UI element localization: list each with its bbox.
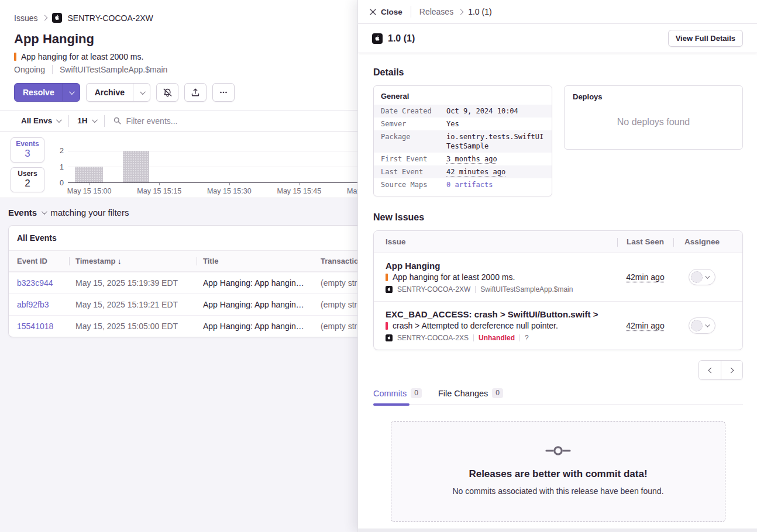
events-chart-xaxis: May 15 15:00May 15 15:15May 15 15:30May … — [68, 183, 398, 198]
new-issues-heading: New Issues — [373, 212, 743, 223]
help-question-icon[interactable]: ? — [525, 334, 529, 342]
event-title: App Hanging: App hangin… — [203, 278, 321, 288]
share-button[interactable] — [184, 83, 207, 102]
time-range-label: 1H — [77, 116, 87, 125]
chevron-down-icon — [42, 209, 47, 215]
chevron-down-icon — [705, 274, 710, 278]
more-actions-button[interactable] — [212, 83, 235, 102]
chevron-down-icon — [705, 322, 710, 327]
event-id-link[interactable]: abf92fb3 — [17, 300, 75, 309]
close-panel-button[interactable]: Close — [370, 8, 402, 16]
resolve-button-group: Resolve — [14, 83, 80, 102]
issue-message: App hanging for at least 2000 ms. — [21, 52, 143, 61]
release-version-title: 1.0 (1) — [388, 33, 415, 44]
column-header-assignee: Assignee — [673, 237, 731, 246]
issue-actions-toolbar: Resolve Archive — [0, 74, 398, 110]
general-row: Last Event 42 minutes ago — [374, 165, 552, 178]
chevron-left-icon — [708, 367, 714, 373]
panel-scrollbar-track[interactable] — [358, 528, 757, 532]
tab-commits[interactable]: Commits 0 — [373, 388, 422, 405]
general-card-title: General — [374, 92, 552, 105]
commits-empty-title: Releases are better with commit data! — [403, 468, 713, 480]
divider — [519, 334, 520, 341]
environment-filter-dropdown[interactable]: All Envs — [21, 116, 60, 125]
deploys-card: Deploys No deploys found — [564, 85, 743, 150]
general-info-card: General Date Created Oct 9, 2024 10:04 S… — [373, 85, 552, 196]
issue-culprit: SwiftUITestSampleApp.$main — [480, 285, 573, 293]
filter-events-search — [113, 116, 388, 126]
events-heading-label[interactable]: Events — [8, 208, 37, 217]
last-event-relative-time[interactable]: 42 minutes ago — [446, 168, 505, 176]
general-row: Semver Yes — [374, 118, 552, 130]
environment-filter-label: All Envs — [21, 116, 52, 125]
archive-button[interactable]: Archive — [87, 84, 133, 101]
breadcrumb-project-id: SENTRY-COCOA-2XW — [67, 13, 153, 23]
search-icon — [113, 116, 122, 125]
first-event-relative-time[interactable]: 3 months ago — [446, 155, 497, 163]
y-axis-tick: 1 — [60, 163, 64, 171]
events-count-value: 3 — [12, 148, 43, 160]
users-count-toggle[interactable]: Users 2 — [11, 167, 44, 192]
issue-row[interactable]: App Hanging App hanging for at least 200… — [374, 253, 742, 301]
event-id-link[interactable]: 15541018 — [17, 322, 75, 331]
events-list-section: Events matching your filters All Events … — [0, 198, 398, 532]
y-axis-tick: 2 — [60, 147, 64, 155]
previous-page-button[interactable] — [699, 361, 721, 379]
column-header-timestamp[interactable]: Timestamp ↓ — [75, 257, 203, 265]
issue-row[interactable]: EXC_BAD_ACCESS: crash > SwiftUI/Button.s… — [374, 301, 742, 350]
search-input[interactable] — [126, 116, 388, 126]
chevron-down-icon — [140, 89, 146, 95]
assignee-dropdown[interactable] — [689, 269, 715, 285]
event-title: App Hanging: App hangin… — [203, 300, 321, 309]
panel-topbar: Close Releases 1.0 (1) — [358, 0, 757, 24]
assignee-dropdown[interactable] — [689, 317, 715, 334]
breadcrumb-releases-link[interactable]: Releases — [419, 7, 453, 16]
panel-breadcrumb: Releases 1.0 (1) — [419, 7, 492, 16]
release-tabs: Commits 0 File Changes 0 — [373, 388, 743, 405]
events-count-toggle[interactable]: Events 3 — [11, 137, 44, 163]
event-timestamp: May 15, 2025 15:05:00 EDT — [75, 322, 203, 331]
issue-title-link[interactable]: EXC_BAD_ACCESS: crash > SwiftUI/Button.s… — [386, 309, 617, 319]
mute-button[interactable] — [156, 83, 178, 102]
resolve-dropdown-button[interactable] — [63, 84, 80, 101]
events-heading-suffix: matching your filters — [50, 208, 129, 217]
tab-file-changes[interactable]: File Changes 0 — [438, 388, 503, 405]
events-count-label: Events — [12, 140, 43, 148]
archive-dropdown-button[interactable] — [133, 84, 150, 101]
event-graph-section: Events 3 Users 2 2 1 0 May 15 15:00May 1… — [0, 132, 398, 198]
events-chart-plot — [68, 151, 398, 183]
level-error-bar — [386, 322, 388, 330]
chart-bar[interactable] — [123, 151, 150, 182]
resolve-button[interactable]: Resolve — [15, 84, 63, 101]
view-full-details-button[interactable]: View Full Details — [668, 30, 743, 47]
general-row: First Event 3 months ago — [374, 153, 552, 165]
unassigned-avatar — [691, 271, 703, 283]
x-axis-tick-label: May 15 15:15 — [137, 187, 181, 195]
breadcrumb-issues-link[interactable]: Issues — [14, 13, 37, 23]
new-issues-table-header: Issue Last Seen Assignee — [374, 231, 742, 253]
issue-title-link[interactable]: App Hanging — [386, 261, 617, 271]
breadcrumb: Issues SENTRY-COCOA-2XW — [14, 13, 384, 23]
time-range-dropdown[interactable]: 1H — [77, 116, 95, 125]
page-title: App Hanging — [14, 32, 384, 47]
next-page-button[interactable] — [721, 361, 742, 379]
release-detail-panel: Close Releases 1.0 (1) 1.0 (1) View Full… — [357, 0, 757, 532]
events-heading: Events matching your filters — [8, 208, 398, 217]
git-commit-icon — [545, 445, 571, 457]
new-issues-table: Issue Last Seen Assignee App Hanging App… — [373, 230, 743, 350]
divider — [473, 334, 474, 341]
divider — [411, 6, 411, 18]
issue-message: crash > Attempted to dereference null po… — [393, 321, 558, 330]
commits-empty-state: Releases are better with commit data! No… — [391, 421, 725, 522]
x-axis-tick-label: May 15 15:45 — [277, 187, 321, 195]
source-maps-link[interactable]: 0 artifacts — [446, 181, 493, 189]
gridline — [68, 151, 398, 151]
issue-message: App hanging for at least 2000 ms. — [393, 272, 515, 282]
general-row: Package io.sentry.tests.SwiftUITestSampl… — [374, 130, 552, 153]
unassigned-avatar — [691, 320, 703, 331]
chevron-right-icon — [728, 367, 734, 373]
event-id-link[interactable]: b323c944 — [17, 278, 75, 288]
chart-bar[interactable] — [75, 167, 103, 182]
event-timestamp: May 15, 2025 15:19:21 EDT — [75, 300, 203, 309]
deploys-empty-message: No deploys found — [573, 101, 734, 143]
